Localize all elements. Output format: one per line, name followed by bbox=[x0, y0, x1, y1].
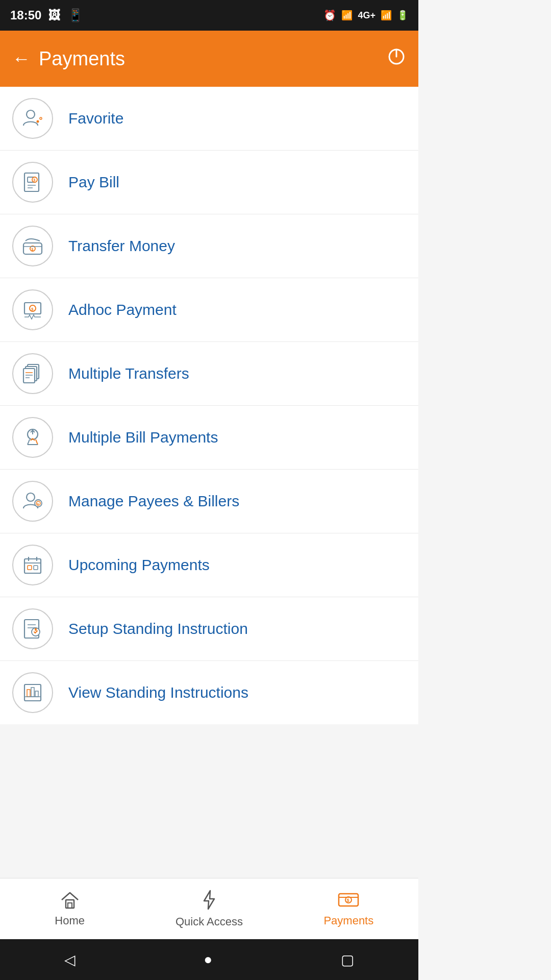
payments-nav-label: Payments bbox=[323, 914, 373, 927]
status-right: ⏰ 📶 4G+ 📶 🔋 bbox=[323, 9, 408, 21]
status-left: 18:50 🖼 📱 bbox=[10, 8, 83, 22]
recents-nav-button[interactable]: ▢ bbox=[341, 951, 354, 968]
menu-item-favorite[interactable]: Favorite bbox=[0, 87, 418, 151]
nav-item-payments[interactable]: $ Payments bbox=[279, 891, 418, 927]
menu-item-multiple-transfers[interactable]: Multiple Transfers bbox=[0, 342, 418, 406]
adhoc-payment-icon: $ bbox=[12, 289, 53, 330]
pay-bill-label: Pay Bill bbox=[68, 174, 119, 191]
power-button[interactable] bbox=[387, 47, 406, 70]
svg-rect-44 bbox=[35, 691, 38, 697]
signal-icon: 📶 bbox=[341, 10, 353, 21]
upcoming-payments-icon bbox=[12, 545, 53, 585]
favorite-label: Favorite bbox=[68, 110, 123, 127]
lightning-icon bbox=[201, 890, 217, 912]
svg-text:$: $ bbox=[31, 307, 34, 311]
view-standing-icon bbox=[12, 672, 53, 713]
favorite-icon bbox=[12, 98, 53, 139]
menu-item-multiple-bill-payments[interactable]: Multiple Bill Payments bbox=[0, 406, 418, 470]
4g-label: 4G+ bbox=[358, 10, 375, 21]
bottom-nav: Home Quick Access $ Payments bbox=[0, 878, 418, 939]
quick-access-nav-label: Quick Access bbox=[176, 915, 243, 928]
svg-rect-42 bbox=[27, 690, 30, 697]
multiple-bill-payments-icon bbox=[12, 417, 53, 458]
phone-icon: 📱 bbox=[68, 8, 83, 22]
svg-point-2 bbox=[27, 110, 35, 118]
home-nav-label: Home bbox=[55, 914, 85, 927]
back-nav-button[interactable]: ◁ bbox=[64, 951, 76, 968]
home-nav-button[interactable]: ● bbox=[204, 951, 213, 968]
setup-standing-icon bbox=[12, 608, 53, 649]
back-button[interactable]: ← bbox=[12, 48, 31, 69]
menu-item-adhoc-payment[interactable]: $ Adhoc Payment bbox=[0, 278, 418, 342]
android-nav-bar: ◁ ● ▢ bbox=[0, 939, 418, 980]
svg-text:$: $ bbox=[347, 898, 349, 903]
svg-rect-47 bbox=[68, 903, 72, 908]
svg-point-3 bbox=[37, 120, 39, 123]
header: ← Payments bbox=[0, 31, 418, 87]
adhoc-payment-label: Adhoc Payment bbox=[68, 301, 177, 318]
svg-text:$: $ bbox=[34, 178, 36, 182]
view-standing-label: View Standing Instructions bbox=[68, 684, 248, 701]
svg-rect-35 bbox=[34, 566, 38, 570]
menu-item-transfer-money[interactable]: $ Transfer Money bbox=[0, 214, 418, 278]
multiple-bill-payments-label: Multiple Bill Payments bbox=[68, 429, 218, 446]
multiple-transfers-label: Multiple Transfers bbox=[68, 365, 189, 382]
svg-rect-20 bbox=[23, 369, 35, 383]
svg-point-4 bbox=[40, 117, 42, 119]
svg-rect-46 bbox=[66, 900, 74, 908]
alarm-icon: ⏰ bbox=[323, 9, 336, 21]
svg-point-40 bbox=[35, 629, 37, 631]
menu-item-view-standing[interactable]: View Standing Instructions bbox=[0, 661, 418, 724]
status-time: 18:50 bbox=[10, 8, 41, 22]
battery-icon: 🔋 bbox=[397, 10, 408, 21]
menu-item-pay-bill[interactable]: $ Pay Bill bbox=[0, 151, 418, 214]
transfer-money-icon: $ bbox=[12, 226, 53, 266]
image-icon: 🖼 bbox=[48, 8, 61, 22]
nav-item-home[interactable]: Home bbox=[0, 891, 139, 927]
nav-item-quick-access[interactable]: Quick Access bbox=[139, 890, 279, 928]
svg-rect-30 bbox=[24, 559, 41, 573]
upcoming-payments-label: Upcoming Payments bbox=[68, 556, 210, 574]
multiple-transfers-icon bbox=[12, 353, 53, 394]
setup-standing-label: Setup Standing Instruction bbox=[68, 620, 248, 638]
status-bar: 18:50 🖼 📱 ⏰ 📶 4G+ 📶 🔋 bbox=[0, 0, 418, 31]
menu-item-upcoming-payments[interactable]: Upcoming Payments bbox=[0, 533, 418, 597]
signal2-icon: 📶 bbox=[381, 10, 392, 21]
payments-icon: $ bbox=[338, 891, 359, 911]
svg-point-26 bbox=[27, 493, 35, 501]
menu-list: Favorite $ Pay Bill $ Trans bbox=[0, 87, 418, 724]
menu-item-manage-payees[interactable]: $ Manage Payees & Billers bbox=[0, 470, 418, 533]
svg-rect-34 bbox=[28, 566, 32, 570]
menu-item-setup-standing[interactable]: Setup Standing Instruction bbox=[0, 597, 418, 661]
manage-payees-icon: $ bbox=[12, 481, 53, 522]
svg-rect-43 bbox=[31, 688, 34, 697]
page-title: Payments bbox=[39, 48, 387, 70]
pay-bill-icon: $ bbox=[12, 162, 53, 203]
svg-text:$: $ bbox=[32, 248, 34, 252]
transfer-money-label: Transfer Money bbox=[68, 237, 175, 255]
home-icon bbox=[60, 891, 80, 911]
manage-payees-label: Manage Payees & Billers bbox=[68, 493, 239, 510]
